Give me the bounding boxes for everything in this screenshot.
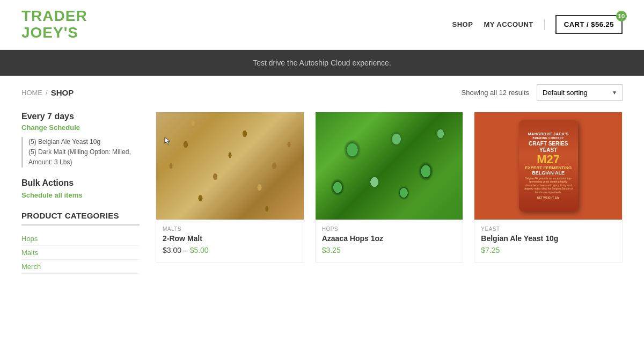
logo[interactable]: TRADER JOEY'S bbox=[21, 8, 87, 41]
cart-button[interactable]: CART / $56.25 10 bbox=[555, 15, 623, 34]
product-name-hops: Azaaca Hops 1oz bbox=[322, 234, 457, 243]
cart-count: 10 bbox=[616, 11, 627, 21]
scheduled-items-list: (5) Belgian Ale Yeast 10g (5) Dark Malt … bbox=[21, 137, 140, 168]
nav-divider bbox=[544, 19, 545, 30]
main-layout: Every 7 days Change Schedule (5) Belgian… bbox=[0, 106, 644, 285]
product-price-malts: $3.00 – $5.00 bbox=[163, 246, 297, 255]
product-price-yeast: $7.25 bbox=[481, 246, 616, 255]
breadcrumb-separator: / bbox=[46, 89, 48, 97]
yeast-description: Belgian Ale yeast is an exceptional top-… bbox=[523, 177, 574, 194]
product-image-hops bbox=[316, 112, 463, 220]
schedule-item-2: (5) Dark Malt (Milling Option: Milled, A… bbox=[28, 147, 140, 168]
product-category-malts: MALTS bbox=[163, 226, 297, 232]
price-single-hops: $3.25 bbox=[322, 246, 341, 255]
price-range-sep: – bbox=[184, 246, 190, 255]
sidebar: Every 7 days Change Schedule (5) Belgian… bbox=[21, 112, 140, 274]
yeast-craft-series: CRAFT SERIES YEAST bbox=[529, 141, 568, 154]
sort-select[interactable]: Default sorting Sort by popularity Sort … bbox=[537, 84, 623, 101]
nav-shop[interactable]: SHOP bbox=[452, 20, 473, 28]
breadcrumb: HOME / SHOP bbox=[21, 88, 74, 97]
sort-wrapper: Default sorting Sort by popularity Sort … bbox=[537, 84, 623, 101]
yeast-type: BELGIAN ALE bbox=[532, 170, 565, 176]
cart-label: CART / $56.25 bbox=[564, 20, 614, 28]
yeast-model: M27 bbox=[537, 154, 560, 165]
product-price-hops: $3.25 bbox=[322, 246, 457, 255]
schedule-item-1: (5) Belgian Ale Yeast 10g bbox=[28, 137, 140, 147]
change-schedule-link[interactable]: Change Schedule bbox=[21, 123, 140, 132]
product-card-malts[interactable]: MALTS 2-Row Malt $3.00 – $5.00 bbox=[156, 112, 304, 263]
sort-results-label: Showing all 12 results bbox=[462, 89, 529, 97]
nav-account[interactable]: MY ACCOUNT bbox=[484, 20, 533, 28]
sort-area: Showing all 12 results Default sorting S… bbox=[462, 84, 623, 101]
products-area: MALTS 2-Row Malt $3.00 – $5.00 HOPS Azaa… bbox=[156, 112, 623, 274]
price-to: $5.00 bbox=[190, 246, 209, 255]
breadcrumb-home[interactable]: HOME bbox=[21, 89, 42, 97]
yeast-tags: EXPERT FERMENTING bbox=[525, 165, 572, 170]
product-card-yeast[interactable]: MANGROVE JACK'S BREWING COMPANY CRAFT SE… bbox=[474, 112, 623, 263]
category-malts[interactable]: Malts bbox=[21, 246, 140, 260]
schedule-all-link[interactable]: Schedule all items bbox=[21, 191, 140, 199]
logo-line2: JOEY'S bbox=[21, 24, 78, 41]
products-grid: MALTS 2-Row Malt $3.00 – $5.00 HOPS Azaa… bbox=[156, 112, 623, 263]
promo-banner: Test drive the Autoship Cloud experience… bbox=[0, 50, 644, 76]
category-merch[interactable]: Merch bbox=[21, 260, 140, 274]
schedule-frequency: Every 7 days bbox=[21, 112, 140, 121]
product-categories-title: PRODUCT CATEGORIES bbox=[21, 211, 140, 220]
header: TRADER JOEY'S SHOP MY ACCOUNT CART / $56… bbox=[0, 0, 644, 50]
breadcrumb-current: SHOP bbox=[51, 88, 74, 97]
yeast-weight: NET WEIGHT 10g bbox=[537, 196, 559, 200]
product-card-hops[interactable]: HOPS Azaaca Hops 1oz $3.25 bbox=[315, 112, 464, 263]
bulk-actions-title: Bulk Actions bbox=[21, 178, 140, 188]
product-image-yeast: MANGROVE JACK'S BREWING COMPANY CRAFT SE… bbox=[474, 112, 622, 220]
banner-text: Test drive the Autoship Cloud experience… bbox=[253, 59, 391, 67]
categories-divider bbox=[21, 224, 140, 226]
product-info-malts: MALTS 2-Row Malt $3.00 – $5.00 bbox=[156, 220, 304, 262]
breadcrumb-bar: HOME / SHOP Showing all 12 results Defau… bbox=[0, 76, 644, 106]
product-category-yeast: YEAST bbox=[481, 226, 616, 232]
product-name-yeast: Belgian Ale Yeast 10g bbox=[481, 234, 616, 243]
logo-line1: TRADER bbox=[21, 8, 87, 24]
yeast-package: MANGROVE JACK'S BREWING COMPANY CRAFT SE… bbox=[519, 120, 578, 212]
product-info-yeast: YEAST Belgian Ale Yeast 10g $7.25 bbox=[474, 220, 622, 262]
main-nav: SHOP MY ACCOUNT CART / $56.25 10 bbox=[452, 15, 623, 34]
yeast-brand: MANGROVE JACK'S BREWING COMPANY bbox=[528, 132, 569, 140]
product-image-malts bbox=[156, 112, 304, 220]
product-name-malts: 2-Row Malt bbox=[163, 234, 297, 243]
price-from: $3.00 bbox=[163, 246, 181, 255]
product-info-hops: HOPS Azaaca Hops 1oz $3.25 bbox=[316, 220, 463, 262]
price-single-yeast: $7.25 bbox=[481, 246, 500, 255]
category-hops[interactable]: Hops bbox=[21, 232, 140, 246]
product-category-hops: HOPS bbox=[322, 226, 457, 232]
